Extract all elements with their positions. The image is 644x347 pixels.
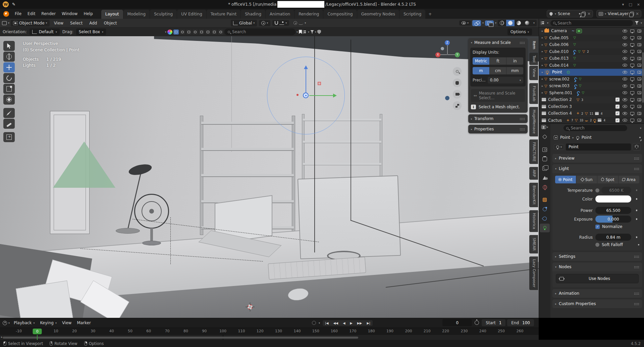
pivot-point-selector[interactable]: ▾ <box>259 20 270 26</box>
transform-panel-collapsed[interactable]: ▸Transform <box>468 114 528 123</box>
asset-world-icon[interactable] <box>193 30 198 35</box>
viewport-menu-add[interactable]: Add <box>86 19 100 27</box>
animate-dot[interactable] <box>636 189 638 191</box>
timeline-menu-view[interactable]: View <box>59 320 74 326</box>
pin-id-icon[interactable] <box>639 137 641 138</box>
prev-keyframe-button[interactable]: ◀◀ <box>331 320 341 326</box>
outliner-row[interactable]: Collection 4+2▽114✓ <box>539 110 644 117</box>
rotate-tool-button[interactable] <box>3 73 15 83</box>
radius-field[interactable]: 0.84 m <box>595 234 631 241</box>
categories-icon[interactable] <box>303 30 307 34</box>
unit-scale-m[interactable]: m <box>473 67 490 74</box>
timeline-ruler[interactable]: -100102030405060708090100110120130140150… <box>0 328 539 335</box>
asset-hdr-icon[interactable] <box>205 30 211 35</box>
animate-dot[interactable] <box>636 218 638 220</box>
disable-viewport-toggle[interactable] <box>630 30 634 33</box>
channel-expand-icon[interactable]: ▸ <box>1 335 3 339</box>
tab-animation[interactable]: Animation <box>266 10 294 19</box>
jump-start-button[interactable]: ▶| <box>323 320 331 326</box>
properties-tab-viewlayer[interactable] <box>540 164 550 173</box>
unlink-scene-icon[interactable]: × <box>587 11 591 16</box>
outliner-row[interactable]: ▸▽Cube.010▽▽2 <box>539 48 644 55</box>
new-scene-icon[interactable] <box>582 12 586 16</box>
disable-viewport-toggle[interactable] <box>630 36 634 39</box>
disable-viewport-toggle[interactable] <box>630 98 634 101</box>
cursor-tool-button[interactable] <box>3 52 15 62</box>
disable-viewport-toggle[interactable] <box>630 84 634 88</box>
breadcrumb-object[interactable]: Point <box>560 135 570 140</box>
shading-solid-button[interactable] <box>506 20 515 26</box>
disable-render-toggle[interactable] <box>637 98 641 101</box>
disable-render-toggle[interactable] <box>637 30 641 33</box>
stopwatch-icon[interactable] <box>475 321 479 325</box>
sidebar-tab-blenderkit[interactable]: BlenderKit <box>529 183 538 207</box>
hide-viewport-toggle[interactable] <box>623 30 627 33</box>
prev-frame-button[interactable]: ◀ <box>340 320 347 326</box>
collection-checkbox[interactable]: ✓ <box>615 111 620 115</box>
hide-viewport-toggle[interactable] <box>623 71 627 74</box>
outliner-row[interactable]: ▸Point <box>539 69 644 76</box>
hide-viewport-toggle[interactable] <box>623 112 627 115</box>
disable-render-toggle[interactable] <box>637 57 641 60</box>
disable-viewport-toggle[interactable] <box>630 77 634 80</box>
current-frame-field[interactable]: 0 <box>442 319 472 326</box>
collection-checkbox[interactable]: ✓ <box>615 98 620 102</box>
breadcrumb-data[interactable]: Point <box>582 135 592 140</box>
proportional-editing[interactable]: ▾ <box>291 20 308 26</box>
properties-tab-data[interactable] <box>540 224 550 232</box>
unit-scale-mm[interactable]: mm <box>506 67 523 74</box>
animate-dot[interactable] <box>636 210 638 211</box>
pan-button[interactable] <box>453 78 462 87</box>
light-type-sun[interactable]: Sun <box>576 176 597 183</box>
unit-system-in[interactable]: in <box>506 57 523 65</box>
disable-viewport-toggle[interactable] <box>630 91 634 94</box>
asset-model-icon[interactable] <box>173 30 179 35</box>
show-gizmo-toggle[interactable]: ▾ <box>459 20 471 25</box>
unit-system-ft[interactable]: ft <box>490 57 507 65</box>
zoom-button[interactable] <box>453 67 462 76</box>
sidebar-tab-fracture[interactable]: FRACTURE <box>529 139 538 164</box>
current-frame-marker[interactable]: 0 <box>33 329 42 334</box>
sidebar-tab-view[interactable]: View <box>529 66 538 80</box>
snapping-selector[interactable]: ▾ <box>272 20 289 26</box>
color-swatch[interactable] <box>595 195 631 203</box>
filter-funnel-icon[interactable] <box>310 30 314 34</box>
disable-viewport-toggle[interactable] <box>630 112 634 115</box>
viewlayer-selector[interactable]: ▾ ViewLayer × <box>596 10 641 17</box>
add-workspace-button[interactable]: + <box>426 10 434 19</box>
filter-options-icon[interactable]: ▾ <box>640 127 641 130</box>
blenderkit-collapse-icon[interactable]: ▾ <box>165 31 166 34</box>
sidebar-tab-tool[interactable]: Tool <box>529 53 538 65</box>
drag-dropdown[interactable]: Select Box ▾ <box>76 28 106 35</box>
light-type-spot[interactable]: Spot <box>597 176 619 183</box>
properties-tab-physics[interactable] <box>540 205 550 214</box>
outliner-row[interactable]: Collection 2▽3✓ <box>539 96 644 103</box>
auto-keying-toggle[interactable] <box>312 321 316 325</box>
use-nodes-button[interactable]: Use Nodes <box>556 274 639 283</box>
id-name-field[interactable]: Point <box>566 143 631 151</box>
scale-tool-button[interactable] <box>3 84 15 94</box>
hide-viewport-toggle[interactable] <box>623 50 627 53</box>
outliner-row[interactable]: ▸▽Cube.013▽ <box>539 55 644 62</box>
settings-panel-collapsed[interactable]: ▸Settings <box>552 252 642 261</box>
expand-icon[interactable]: ▸ <box>542 43 543 46</box>
unit-scale-cm[interactable]: cm <box>490 67 507 74</box>
move-tool-button[interactable] <box>3 62 15 72</box>
tab-sculpting[interactable]: Sculpting <box>150 10 177 19</box>
shading-dropdown[interactable]: ▾ <box>531 20 537 26</box>
move-gizmo-y-arrow[interactable] <box>309 95 333 96</box>
outliner-row[interactable]: Collection 3✓ <box>539 103 644 110</box>
disable-viewport-toggle[interactable] <box>630 43 634 46</box>
hide-viewport-toggle[interactable] <box>623 64 627 67</box>
viewport-menu-view[interactable]: View <box>51 19 66 27</box>
tab-rendering[interactable]: Rendering <box>294 10 323 19</box>
orientation-dropdown[interactable]: Default ▾ <box>30 28 60 35</box>
disable-render-toggle[interactable] <box>637 119 641 122</box>
window-maximize-button[interactable]: □ <box>629 2 632 7</box>
temperature-toggle[interactable] <box>595 188 599 192</box>
animate-dot[interactable] <box>638 244 640 246</box>
light-type-point[interactable]: Point <box>555 176 576 183</box>
xray-toggle[interactable] <box>485 20 494 26</box>
properties-tab-output[interactable] <box>540 155 550 163</box>
hide-viewport-toggle[interactable] <box>623 91 627 94</box>
